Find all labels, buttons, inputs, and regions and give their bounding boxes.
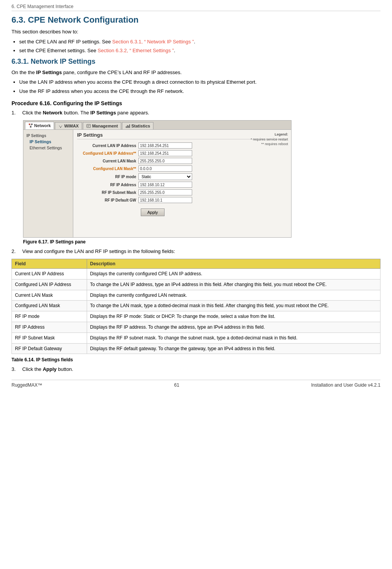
subsection-intro: On the the IP Settings pane, configure t… bbox=[12, 69, 380, 76]
section-631-link[interactable]: Section 6.3.1, “ Network IP Settings ” bbox=[112, 39, 194, 45]
tab-network[interactable]: Network bbox=[25, 122, 54, 129]
table-cell-description: Displays the RF IP subnet mask. To chang… bbox=[87, 332, 380, 343]
tab-statistics[interactable]: Statistics bbox=[122, 122, 153, 129]
table-header-row: Field Description bbox=[12, 259, 380, 269]
step1-bold-network: Network bbox=[43, 110, 62, 116]
label-configured-lan-ip: Configured LAN IP Address** bbox=[77, 151, 138, 155]
form-row-rf-default-gw: RF IP Default GW bbox=[77, 197, 287, 203]
label-rf-default-gw: RF IP Default GW bbox=[77, 198, 138, 202]
label-rf-subnet-mask: RF IP Subnet Mask bbox=[77, 190, 138, 195]
tab-wimax[interactable]: WiMAX bbox=[55, 122, 82, 129]
step1-text-middle: button. The bbox=[63, 110, 91, 116]
svg-line-4 bbox=[31, 125, 32, 126]
chapter-header: 6. CPE Management Interface bbox=[12, 4, 380, 11]
subsection-intro-bold: IP Settings bbox=[36, 69, 62, 75]
sim-main-form: Legend: * requires service restart ** re… bbox=[73, 130, 291, 237]
footer: RuggedMAX™ 61 Installation and User Guid… bbox=[12, 380, 380, 388]
table-cell-field: Current LAN Mask bbox=[12, 290, 87, 301]
col-header-field: Field bbox=[12, 259, 87, 269]
section-bullets: set the CPE LAN and RF IP settings. See … bbox=[19, 38, 380, 55]
tab-management-label: Management bbox=[92, 124, 118, 128]
step-1: 1. Click the Network button. The IP Sett… bbox=[12, 110, 380, 116]
subsection-title: 6.3.1. Network IP Settings bbox=[12, 58, 380, 66]
svg-point-5 bbox=[60, 127, 61, 128]
legend-line2: ** requires reboot bbox=[250, 142, 288, 147]
label-rf-ip-mode: RF IP mode bbox=[77, 175, 138, 179]
step-2-content: View and configure the LAN and RF IP set… bbox=[22, 248, 380, 254]
footer-left: RuggedMAX™ bbox=[12, 382, 42, 388]
label-rf-ip-address: RF IP Address bbox=[77, 183, 138, 187]
bullet-1-after: . bbox=[194, 39, 195, 45]
screenshot-container: Network WiMAX Management Statistics bbox=[23, 120, 292, 238]
svg-rect-10 bbox=[127, 125, 128, 128]
figure-caption: Figure 6.17. IP Settings pane bbox=[23, 239, 380, 245]
section-title: 6.3. CPE Network Configuration bbox=[12, 15, 380, 25]
subsection-bullet-2: Use the RF IP address when you access th… bbox=[19, 88, 380, 95]
table-row: RF IP Default GatewayDisplays the RF def… bbox=[12, 343, 380, 354]
footer-right: Installation and User Guide v4.2.1 bbox=[311, 382, 380, 388]
table-row: Configured LAN MaskTo change the LAN mas… bbox=[12, 301, 380, 311]
section-632-link[interactable]: Section 6.3.2, “ Ethernet Settings ” bbox=[98, 48, 174, 53]
tab-network-label: Network bbox=[34, 123, 51, 128]
bullet-2-text: set the CPE Ethernet settings. See bbox=[19, 48, 98, 53]
svg-rect-2 bbox=[30, 126, 31, 127]
label-current-lan-ip: Current LAN IP Address bbox=[77, 144, 138, 148]
bullet-1-text: set the CPE LAN and RF IP settings. See bbox=[19, 39, 112, 45]
input-current-lan-ip[interactable] bbox=[138, 142, 192, 149]
subsection-bullets: Use the LAN IP address when you access t… bbox=[19, 78, 380, 95]
table-cell-description: To change the LAN mask, type a dotted-de… bbox=[87, 301, 380, 311]
section-bullet-1: set the CPE LAN and RF IP settings. See … bbox=[19, 38, 380, 46]
form-row-current-lan-mask: Current LAN Mask bbox=[77, 158, 287, 164]
tab-management[interactable]: Management bbox=[83, 122, 121, 129]
step1-text-after: pane appears. bbox=[116, 110, 149, 116]
step-3-content: Click the Apply button. bbox=[22, 366, 380, 372]
table-cell-description: Displays the currently configured LAN ne… bbox=[87, 290, 380, 301]
table-caption: Table 6.14. IP Settings fields bbox=[12, 357, 380, 362]
table-cell-description: Displays the RF IP address. To change th… bbox=[87, 322, 380, 332]
wimax-icon bbox=[58, 124, 63, 128]
sidebar-section-label: IP Settings bbox=[23, 132, 73, 139]
table-cell-field: Configured LAN Mask bbox=[12, 301, 87, 311]
step3-text-before: Click the bbox=[22, 366, 43, 372]
table-cell-field: Current LAN IP Address bbox=[12, 269, 87, 280]
sim-body: IP Settings IP Settings Ethernet Setting… bbox=[23, 130, 291, 237]
svg-rect-12 bbox=[129, 124, 130, 128]
bullet-2-after: . bbox=[174, 48, 175, 53]
management-icon bbox=[86, 124, 91, 128]
table-cell-description: Displays the currently configured CPE LA… bbox=[87, 269, 380, 280]
table-cell-description: To change the LAN IP address, type an IP… bbox=[87, 279, 380, 290]
step-3-num: 3. bbox=[12, 366, 19, 372]
apply-button[interactable]: Apply bbox=[141, 208, 165, 216]
step1-bold-ipsettings: IP Settings bbox=[91, 110, 116, 116]
input-configured-lan-ip[interactable] bbox=[138, 150, 192, 156]
step-2: 2. View and configure the LAN and RF IP … bbox=[12, 248, 380, 254]
svg-rect-9 bbox=[126, 126, 127, 128]
ip-settings-table: Field Description Current LAN IP Address… bbox=[12, 259, 380, 354]
chapter-header-text: 6. CPE Management Interface bbox=[12, 4, 73, 9]
input-configured-lan-mask[interactable] bbox=[138, 165, 192, 172]
input-current-lan-mask[interactable] bbox=[138, 158, 192, 164]
legend-title: Legend: bbox=[250, 132, 288, 137]
footer-center: 61 bbox=[174, 382, 179, 388]
sidebar-item-ethernet-settings[interactable]: Ethernet Settings bbox=[23, 145, 73, 151]
table-cell-field: RF IP Address bbox=[12, 322, 87, 332]
select-rf-ip-mode[interactable]: Static DHCP bbox=[138, 173, 192, 180]
form-row-rf-ip-mode: RF IP mode Static DHCP bbox=[77, 173, 287, 180]
input-rf-subnet-mask[interactable] bbox=[138, 189, 192, 195]
sim-sidebar: IP Settings IP Settings Ethernet Setting… bbox=[23, 130, 73, 237]
table-row: Current LAN IP AddressDisplays the curre… bbox=[12, 269, 380, 280]
form-row-configured-lan-ip: Configured LAN IP Address** bbox=[77, 150, 287, 156]
form-row-rf-subnet-mask: RF IP Subnet Mask bbox=[77, 189, 287, 195]
sidebar-item-ip-settings[interactable]: IP Settings bbox=[23, 139, 73, 145]
svg-rect-11 bbox=[128, 126, 129, 128]
tab-statistics-label: Statistics bbox=[131, 124, 150, 128]
form-row-rf-ip-address: RF IP Address bbox=[77, 182, 287, 188]
svg-rect-1 bbox=[31, 124, 33, 125]
table-cell-field: RF IP Subnet Mask bbox=[12, 332, 87, 343]
input-rf-default-gw[interactable] bbox=[138, 197, 192, 203]
step-1-num: 1. bbox=[12, 110, 19, 116]
step-3: 3. Click the Apply button. bbox=[12, 366, 380, 372]
procedure-title: Procedure 6.16. Configuring the IP Setti… bbox=[12, 99, 380, 108]
input-rf-ip-address[interactable] bbox=[138, 182, 192, 188]
subsection-bullet-1: Use the LAN IP address when you access t… bbox=[19, 78, 380, 86]
